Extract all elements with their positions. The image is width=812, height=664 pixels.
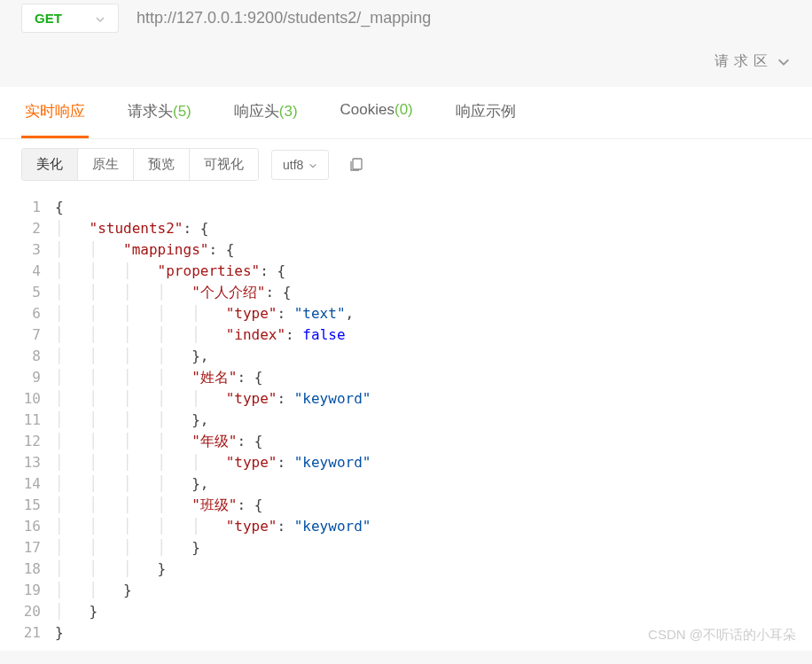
preview-button[interactable]: 预览 [134,149,190,180]
url-input[interactable] [128,0,812,36]
code-line: 20│ } [7,601,812,622]
visualize-button[interactable]: 可视化 [190,149,258,180]
request-zone-label: 请求区 [714,52,773,71]
code-line: 2│ "students2": { [7,218,812,239]
tab-realtime-response[interactable]: 实时响应 [21,87,89,138]
request-bar: GET [0,0,812,36]
code-line: 9│ │ │ │ "姓名": { [7,367,812,388]
copy-button[interactable] [341,150,371,179]
code-line: 16│ │ │ │ │ "type": "keyword" [7,516,812,537]
http-method-select[interactable]: GET [21,4,119,33]
svg-rect-0 [353,159,362,169]
response-toolbar: 美化 原生 预览 可视化 utf8 [0,139,812,190]
tab-response-headers[interactable]: 响应头(3) [230,87,301,138]
raw-button[interactable]: 原生 [78,149,134,180]
code-line: 21} [7,622,812,644]
chevron-down-icon [777,54,791,70]
code-line: 8│ │ │ │ }, [7,346,812,367]
response-tabs: 实时响应 请求头(5) 响应头(3) Cookies(0) 响应示例 [0,87,812,139]
code-line: 19│ │ } [7,580,812,601]
encoding-select[interactable]: utf8 [271,150,329,180]
code-line: 10│ │ │ │ │ "type": "keyword" [7,388,812,410]
http-method-label: GET [35,11,62,26]
code-line: 12│ │ │ │ "年级": { [7,431,812,452]
request-zone-toggle[interactable]: 请求区 [0,36,812,87]
code-line: 1{ [7,197,812,218]
chevron-down-icon [95,12,105,26]
response-body[interactable]: 1{ 2│ "students2": { 3│ │ "mappings": { … [0,190,812,651]
encoding-label: utf8 [283,158,303,172]
code-line: 6│ │ │ │ │ "type": "text", [7,303,812,324]
beautify-button[interactable]: 美化 [22,149,78,180]
tab-response-example[interactable]: 响应示例 [452,87,519,138]
code-line: 5│ │ │ │ "个人介绍": { [7,282,812,303]
code-line: 18│ │ │ } [7,559,812,580]
code-line: 15│ │ │ │ "班级": { [7,495,812,516]
chevron-down-icon [308,158,317,172]
view-mode-group: 美化 原生 预览 可视化 [21,148,259,181]
code-line: 14│ │ │ │ }, [7,473,812,495]
code-line: 17│ │ │ │ } [7,537,812,559]
code-line: 3│ │ "mappings": { [7,239,812,261]
code-line: 7│ │ │ │ │ "index": false [7,324,812,346]
tab-request-headers[interactable]: 请求头(5) [124,87,195,138]
copy-icon [348,155,364,173]
code-line: 13│ │ │ │ │ "type": "keyword" [7,452,812,473]
tab-cookies[interactable]: Cookies(0) [337,87,417,138]
code-line: 11│ │ │ │ }, [7,410,812,431]
code-line: 4│ │ │ "properties": { [7,261,812,282]
